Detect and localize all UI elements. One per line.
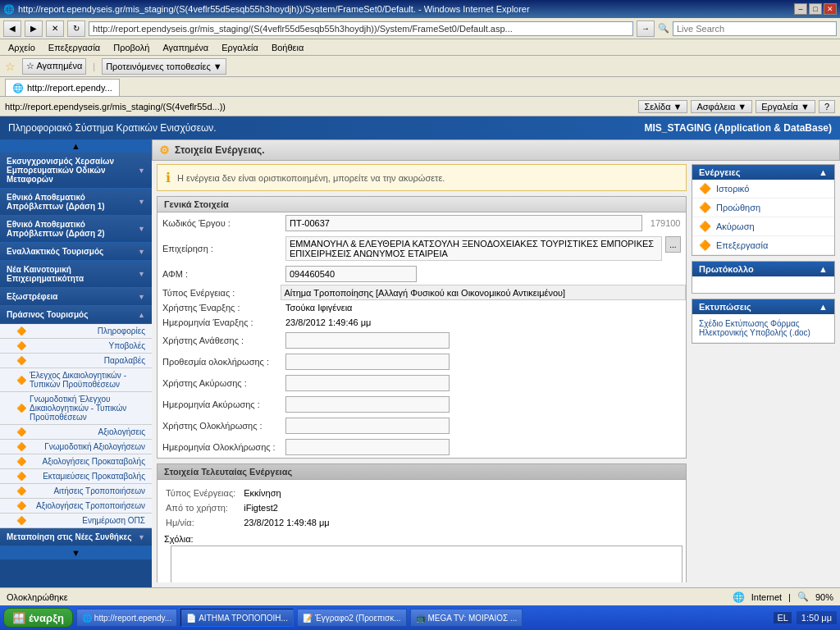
- energeies-item-epexergasia[interactable]: 🔶 Επεξεργασία: [692, 236, 834, 255]
- sidebar-item-axiologiseis[interactable]: 🔶 Αξιολογήσεις: [0, 425, 152, 440]
- menu-ergalia[interactable]: Εργαλεία: [218, 43, 262, 52]
- maximize-button[interactable]: □: [809, 3, 822, 15]
- menu-epexergasia[interactable]: Επεξεργασία: [45, 43, 103, 52]
- kodikos-input[interactable]: [285, 215, 642, 231]
- sidebar-item-axiol-prokat[interactable]: 🔶 Αξιολογήσεις Προκαταβολής: [0, 454, 152, 469]
- last-apo-label: Από το χρήστη:: [166, 501, 242, 514]
- afm-input[interactable]: [285, 266, 417, 282]
- sidebar-item-axiol-trop[interactable]: 🔶 Αξιολογήσεις Τροποποιήσεων: [0, 499, 152, 514]
- epiheirisi-browse-button[interactable]: ...: [665, 236, 680, 253]
- sidebar-item-ethniko1[interactable]: Εθνικό Αποθεματικό Απρόβλεπτων (Δράση 1)…: [0, 189, 152, 216]
- minimize-button[interactable]: –: [794, 3, 807, 15]
- sidebar-item-metapoiisi[interactable]: Μεταποίηση στις Νέες Συνθήκες ▼: [0, 528, 152, 546]
- suggested-sites-button[interactable]: Προτεινόμενες τοποθεσίες ▼: [102, 58, 226, 75]
- main-content: ℹ Η ενέργεια δεν είναι οριστικοποιημένη,…: [157, 164, 687, 582]
- sidebar-item-enimerossi[interactable]: 🔶 Ενημέρωση ΟΠΣ: [0, 514, 152, 528]
- forward-button[interactable]: ▶: [25, 21, 43, 37]
- status-bar: Ολοκληρώθηκε 🌐 Internet | 🔍 90%: [0, 587, 840, 605]
- sidebar: ▲ Εκσυγχρονισμός Χερσαίων Εμπορευματικών…: [0, 139, 152, 587]
- ektyposis-collapse-icon[interactable]: ▲: [819, 302, 828, 312]
- xristis-enarxis-label: Χρήστης Έναρξης :: [158, 300, 281, 316]
- taskbar-item-aitima[interactable]: 📄 ΑΙΤΗΜΑ ΤΡΟΠΟΠΟΙΗ...: [180, 609, 294, 627]
- afm-value: [281, 263, 686, 285]
- sidebar-item-aithiseis-trop[interactable]: 🔶 Αιτήσεις Τροποποιήσεων: [0, 484, 152, 499]
- sub-icon-axtr: 🔶: [16, 501, 26, 510]
- taskbar-item-eggrafo[interactable]: 📝 Έγγραφο2 (Προεπισκ...: [297, 609, 407, 627]
- sidebar-item-exostrefeia[interactable]: Εξωστρέφεια ▼: [0, 288, 152, 306]
- sidebar-item-ektamievseis[interactable]: 🔶 Εκταμιεύσεις Προκαταβολής: [0, 469, 152, 484]
- sub-icon-axpr: 🔶: [16, 457, 26, 466]
- go-button[interactable]: →: [637, 21, 655, 37]
- back-button[interactable]: ◀: [3, 21, 21, 37]
- akyrosi-icon: 🔶: [699, 221, 711, 232]
- close-button[interactable]: ✕: [824, 3, 837, 15]
- kodikos-number: 179100: [646, 218, 681, 228]
- help-button[interactable]: ?: [819, 100, 835, 113]
- sidebar-label-aithiseis-trop: Αιτήσεις Τροποποιήσεων: [53, 486, 145, 495]
- prothesmia-value: [281, 351, 686, 372]
- sidebar-item-gnomo-elegxos[interactable]: 🔶 Γνωμοδοτική Έλεγχου Δικαιολογητικών - …: [0, 392, 152, 425]
- protokollo-collapse-icon[interactable]: ▲: [819, 264, 828, 274]
- start-icon: 🪟: [12, 612, 25, 624]
- refresh-button[interactable]: ↻: [67, 21, 85, 37]
- address-bar[interactable]: [89, 21, 633, 36]
- xristis-oloklirosis-input[interactable]: [285, 418, 450, 434]
- energeies-section: Ενέργειες ▲ 🔶 Ιστορικό 🔶 Προώ: [692, 164, 835, 256]
- page-dropdown-button[interactable]: Σελίδα ▼: [638, 100, 687, 113]
- sub-icon-plir: 🔶: [16, 326, 26, 336]
- sidebar-item-gnomo-axiol[interactable]: 🔶 Γνωμοδοτική Αξιολογήσεων: [0, 440, 152, 454]
- tools-dropdown-button[interactable]: Εργαλεία ▼: [756, 100, 815, 113]
- energeies-collapse-icon[interactable]: ▲: [819, 167, 828, 177]
- sidebar-item-prasinos[interactable]: Πράσινος Τουρισμός ▲: [0, 306, 152, 324]
- favorites-label: ☆ Αγαπημένα: [26, 61, 82, 71]
- kodikos-label: Κωδικός Έργου :: [158, 212, 281, 234]
- ektyposis-item[interactable]: Σχέδιο Εκτύπωσης Φόρμας Ηλεκτρονικής Υπο…: [692, 314, 834, 343]
- sidebar-item-enallaktikos[interactable]: Εναλλακτικός Τουρισμός ▼: [0, 243, 152, 261]
- start-button[interactable]: 🪟 έναρξη: [3, 608, 73, 628]
- hmerominia-oloklirosis-input[interactable]: [285, 439, 450, 455]
- energeies-title: Ενέργειες: [699, 167, 741, 177]
- browser-tab-active[interactable]: 🌐 http://report.ependy...: [5, 79, 120, 96]
- warning-icon: ℹ: [166, 170, 171, 185]
- xristis-akyrosis-label: Χρήστης Ακύρωσης :: [158, 372, 281, 394]
- sidebar-item-paralaves[interactable]: 🔶 Παραλαβές: [0, 354, 152, 368]
- security-button[interactable]: Ασφάλεια ▼: [691, 100, 752, 113]
- taskbar-lang: EL: [774, 612, 791, 623]
- taskbar-eggrafo-icon: 📝: [303, 614, 313, 623]
- sidebar-item-ypovolies[interactable]: 🔶 Υποβολές: [0, 339, 152, 354]
- sidebar-scroll-up[interactable]: ▲: [0, 139, 152, 153]
- menu-agapimena[interactable]: Αγαπημένα: [159, 43, 212, 52]
- search-input[interactable]: [673, 21, 837, 36]
- hmerominia-akyrosis-input[interactable]: [285, 396, 450, 413]
- sidebar-item-nea[interactable]: Νέα Καινοτομική Επιχειρηματικότητα ▼: [0, 261, 152, 288]
- xristis-anathesis-value: [281, 330, 686, 351]
- sub-icon-aith: 🔶: [16, 486, 26, 495]
- sidebar-item-ethniko2[interactable]: Εθνικό Αποθεματικό Απρόβλεπτων (Δράση 2)…: [0, 216, 152, 243]
- prothesmia-input[interactable]: [285, 354, 450, 370]
- protokollo-body: [692, 276, 834, 293]
- energeies-item-akyrosi[interactable]: 🔶 Ακύρωση: [692, 217, 834, 236]
- sidebar-item-plirofoiries[interactable]: 🔶 Πληροφορίες: [0, 324, 152, 339]
- stop-button[interactable]: ✕: [46, 21, 64, 37]
- taskbar-item-ie[interactable]: 🌐 http://report.ependy...: [76, 609, 177, 627]
- favorites-button[interactable]: ☆ Αγαπημένα: [22, 58, 86, 75]
- taskbar-item-mega[interactable]: 📺 MEGA TV: ΜΟΙΡΑΙΟΣ ...: [410, 609, 523, 627]
- sidebar-item-eksynxronismos[interactable]: Εκσυγχρονισμός Χερσαίων Εμπορευματικών Ο…: [0, 153, 152, 189]
- energeies-item-istoriko[interactable]: 🔶 Ιστορικό: [692, 180, 834, 199]
- energeies-item-proothisi[interactable]: 🔶 Προώθηση: [692, 199, 834, 217]
- sidebar-arrow-2: ▼: [138, 225, 145, 233]
- menu-provoli[interactable]: Προβολή: [110, 43, 153, 52]
- menu-arhio[interactable]: Αρχείο: [5, 43, 39, 52]
- sxolia-textarea[interactable]: [171, 546, 682, 582]
- sidebar-scroll-down[interactable]: ▼: [0, 546, 152, 559]
- sidebar-label-enimerossi: Ενημέρωση ΟΠΣ: [82, 516, 145, 525]
- xristis-akyrosis-input[interactable]: [285, 375, 450, 391]
- warning-box: ℹ Η ενέργεια δεν είναι οριστικοποιημένη,…: [157, 164, 687, 191]
- sidebar-label-enallaktikos: Εναλλακτικός Τουρισμός: [7, 247, 103, 256]
- sxolia-row: Σχόλια:: [164, 534, 679, 582]
- sidebar-item-elegxos[interactable]: 🔶 Έλεγχος Δικαιολογητικών - Τυπικών Προϋ…: [0, 368, 152, 392]
- secondary-toolbar: http://report.ependyseis.gr/mis_staging/…: [0, 97, 840, 116]
- xristis-anathesis-input[interactable]: [285, 332, 450, 349]
- menu-voitheia[interactable]: Βοήθεια: [268, 43, 307, 52]
- section-header-general: Γενικά Στοιχεία: [158, 197, 686, 212]
